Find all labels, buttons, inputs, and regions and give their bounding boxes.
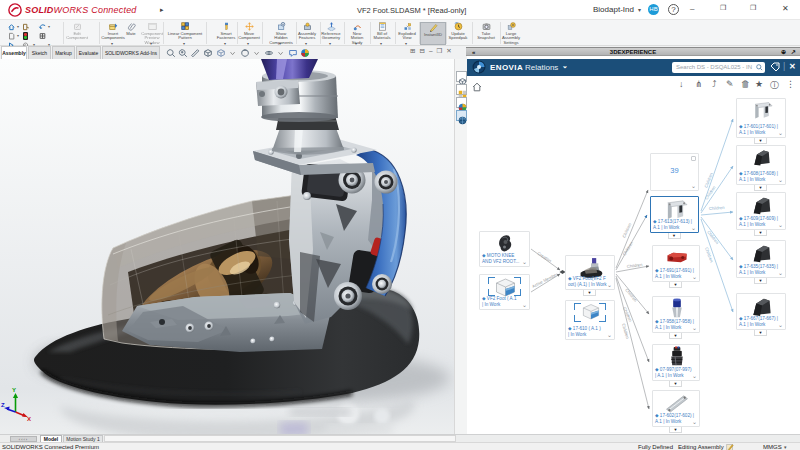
svg-text:Children: Children	[622, 306, 633, 323]
svg-text:Children: Children	[709, 205, 726, 211]
svg-text:X: X	[27, 416, 31, 422]
svg-text:Creation: Creation	[536, 251, 553, 264]
svg-text:Children: Children	[622, 240, 635, 256]
svg-text:Children: Children	[621, 323, 630, 340]
svg-text:Active Member: Active Member	[531, 271, 559, 288]
svg-text:Z: Z	[1, 402, 5, 408]
svg-text:Children: Children	[624, 287, 638, 303]
svg-text:Children: Children	[621, 222, 632, 239]
svg-text:Children: Children	[706, 230, 720, 246]
svg-text:Children: Children	[704, 247, 714, 264]
svg-text:Y: Y	[12, 387, 16, 393]
